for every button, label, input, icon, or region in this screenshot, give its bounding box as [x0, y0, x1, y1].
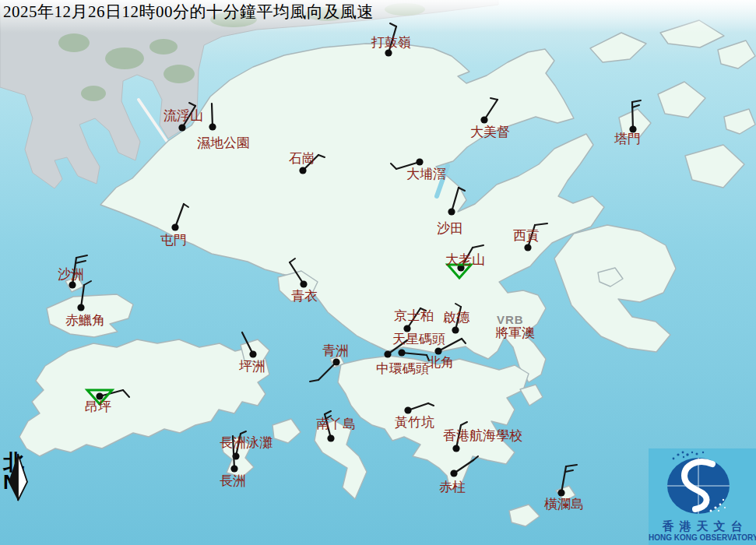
wind-barb-tick — [76, 255, 87, 258]
station-tap-mun — [629, 100, 641, 133]
station-label-green-island: 青洲 — [322, 344, 349, 357]
station-dot — [452, 326, 459, 333]
wind-barb-tick — [241, 431, 246, 434]
wind-shaft — [484, 100, 498, 120]
station-wetland-park — [209, 104, 216, 131]
wind-barb-tick — [84, 281, 91, 285]
station-label-lamma-island: 南丫島 — [316, 417, 356, 431]
station-label-tap-mun: 塔門 — [614, 132, 641, 146]
station-label-peng-chau: 坪洲 — [239, 360, 265, 373]
station-dot — [332, 358, 339, 365]
hko-logo: 香港天文台 HONG KONG OBSERVATORY — [649, 448, 756, 545]
wind-barb-tick — [184, 204, 188, 207]
wind-barb-tick — [318, 155, 325, 157]
wind-barb-tick — [565, 470, 573, 472]
wind-barb-tick — [390, 23, 396, 26]
station-label-ta-kwu-ling: 打鼓嶺 — [371, 36, 411, 49]
wind-barb-tick — [632, 100, 641, 102]
station-dot — [524, 244, 531, 251]
station-label-cheung-chau: 長洲 — [220, 474, 246, 487]
station-dot — [557, 489, 564, 496]
north-compass: 北 N — [2, 452, 36, 491]
station-label-tai-mei-tuk: 大美督 — [470, 125, 510, 139]
vrb-indicator: VRB — [497, 314, 524, 325]
wind-barb-tick — [632, 105, 639, 107]
station-label-lau-fau-shan: 流浮山 — [164, 109, 203, 122]
station-label-chek-lap-kok: 赤鱲角 — [65, 314, 105, 327]
station-dot — [448, 208, 455, 215]
station-label-sai-kung: 西貢 — [513, 229, 540, 242]
station-dot — [452, 445, 459, 452]
station-wong-chuk-hang — [404, 403, 434, 414]
wind-barb-tick — [391, 164, 396, 169]
hko-logo-emblem — [649, 448, 756, 520]
station-tsing-yi — [290, 258, 308, 288]
wind-barb-tick — [473, 245, 483, 248]
station-dot — [404, 406, 411, 413]
station-label-tai-po-kau: 大埔滘 — [406, 167, 446, 181]
station-dot — [77, 304, 84, 311]
wind-shaft — [175, 204, 184, 227]
wind-barbs-layer — [0, 0, 756, 545]
station-label-wong-chuk-hang: 黃竹坑 — [395, 416, 434, 429]
station-label-central-pier: 中環碼頭 — [376, 362, 429, 375]
station-dot — [450, 469, 457, 476]
wind-barb-tick — [290, 258, 295, 262]
hko-logo-name-en: HONG KONG OBSERVATORY — [649, 534, 756, 542]
wind-barb-tick — [325, 411, 331, 414]
station-label-waglan-island: 橫瀾島 — [544, 498, 584, 511]
station-label-kai-tak: 啟德 — [443, 311, 469, 324]
station-label-tuen-mun: 屯門 — [160, 234, 187, 247]
station-dot — [209, 123, 216, 130]
station-stanley — [450, 456, 478, 477]
station-dot — [171, 223, 178, 230]
station-label-wetland-park: 濕地公園 — [197, 136, 250, 149]
station-label-stanley: 赤柱 — [439, 480, 466, 494]
hko-logo-name-cjk: 香港天文台 — [649, 521, 756, 533]
wind-barb-tick — [428, 403, 434, 406]
station-chek-lap-kok — [77, 281, 91, 311]
station-dot — [480, 116, 487, 123]
station-dot — [385, 49, 392, 56]
wind-barb-tick — [76, 261, 86, 263]
station-label-kings-park: 京士柏 — [394, 309, 434, 322]
wind-barb-tick — [310, 380, 318, 382]
wind-shaft — [632, 102, 633, 129]
station-star-ferry-pier — [398, 349, 429, 360]
wind-shaft — [290, 262, 304, 284]
station-label-hk-sea-school: 香港航海學校 — [443, 429, 522, 442]
station-dot — [434, 347, 441, 354]
wind-shaft — [452, 188, 459, 212]
station-waglan-island — [557, 465, 577, 497]
station-label-cheung-chau-beach: 長洲泳灘 — [220, 436, 273, 449]
wind-barb-tick — [459, 188, 465, 191]
station-dot — [230, 465, 237, 472]
station-label-shek-kong: 石崗 — [289, 152, 315, 165]
station-dot — [384, 350, 391, 357]
station-tai-mei-tuk — [480, 98, 498, 124]
wind-barb-tick — [462, 339, 466, 343]
wind-barb-tick — [491, 98, 498, 100]
wind-barb-tick — [189, 103, 195, 106]
station-dot — [299, 167, 306, 174]
station-label-tates-cairn: 大老山 — [445, 253, 485, 266]
station-label-ngong-ping: 昂坪 — [85, 400, 111, 413]
station-label-tseung-kwan-o: 將軍澳 — [495, 326, 535, 339]
wind-barb-tick — [123, 390, 129, 397]
station-label-sha-tin: 沙田 — [437, 222, 463, 235]
station-label-tsing-yi: 青衣 — [291, 290, 318, 303]
station-dot — [416, 158, 423, 165]
station-label-sha-chau: 沙洲 — [58, 268, 84, 281]
station-label-star-ferry-pier: 天星碼頭 — [392, 332, 445, 346]
station-sha-tin — [448, 188, 465, 216]
station-label-north-point: 北角 — [427, 356, 454, 369]
station-peng-chau — [242, 332, 257, 358]
wind-barb-tick — [455, 304, 461, 307]
north-arrow-icon — [2, 452, 36, 502]
wind-shaft — [402, 353, 427, 355]
wind-barb-tick — [566, 465, 577, 466]
wind-shaft — [242, 332, 253, 354]
station-dot — [327, 434, 334, 441]
wind-map-screenshot: 打鼓嶺流浮山濕地公園大美督塔門石崗大埔滘沙田屯門西貢大老山沙洲青衣赤鱲角京士柏啟… — [0, 0, 756, 545]
wind-shaft — [561, 466, 566, 493]
